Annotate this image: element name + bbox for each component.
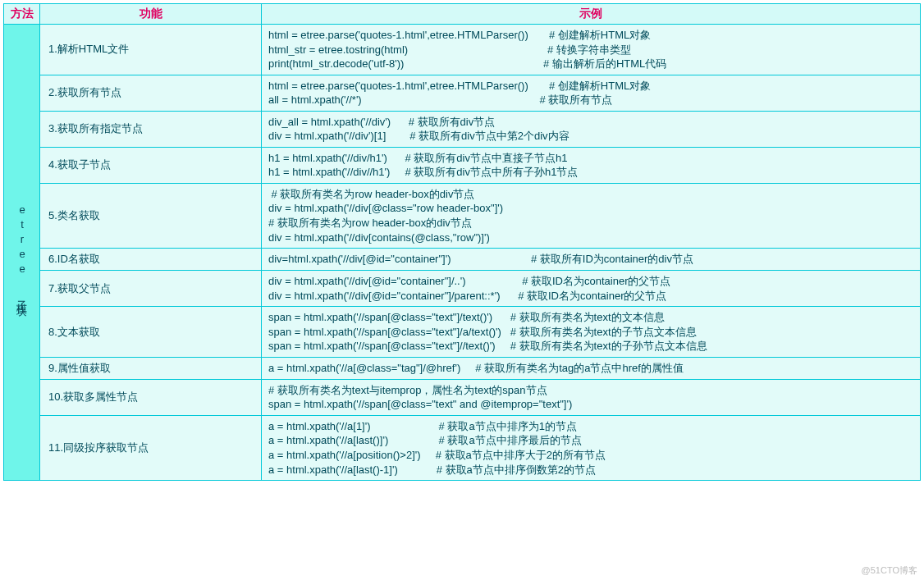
func-cell: 6.ID名获取 <box>40 249 262 271</box>
table-row: etree 子模块1.解析HTML文件html = etree.parse('q… <box>4 25 921 75</box>
example-cell: div=html.xpath('//div[@id="container"]')… <box>262 249 921 271</box>
func-cell: 2.获取所有节点 <box>40 75 262 111</box>
table-row: 11.同级按序获取节点a = html.xpath('//a[1]') # 获取… <box>4 415 921 480</box>
table-row: 9.属性值获取a = html.xpath('//a[@class="tag"]… <box>4 357 921 379</box>
example-cell: div = html.xpath('//div[@id="container"]… <box>262 271 921 307</box>
func-cell: 10.获取多属性节点 <box>40 379 262 415</box>
table-row: 5.类名获取 # 获取所有类名为row header-box的div节点 div… <box>4 183 921 248</box>
table-row: 7.获取父节点div = html.xpath('//div[@id="cont… <box>4 271 921 307</box>
header-method: 方法 <box>4 4 40 25</box>
func-cell: 11.同级按序获取节点 <box>40 415 262 480</box>
example-cell: a = html.xpath('//a[@class="tag"]/@href'… <box>262 357 921 379</box>
header-row: 方法 功能 示例 <box>4 4 921 25</box>
reference-table: 方法 功能 示例 etree 子模块1.解析HTML文件html = etree… <box>3 3 921 481</box>
table-row: 10.获取多属性节点# 获取所有类名为text与itemprop，属性名为tex… <box>4 379 921 415</box>
func-cell: 1.解析HTML文件 <box>40 25 262 75</box>
func-cell: 4.获取子节点 <box>40 147 262 183</box>
func-cell: 5.类名获取 <box>40 183 262 248</box>
header-example: 示例 <box>262 4 921 25</box>
func-cell: 9.属性值获取 <box>40 357 262 379</box>
example-cell: span = html.xpath('//span[@class="text"]… <box>262 307 921 358</box>
method-cell: etree 子模块 <box>4 25 40 481</box>
func-cell: 8.文本获取 <box>40 307 262 358</box>
example-cell: div_all = html.xpath('//div') # 获取所有div节… <box>262 111 921 147</box>
func-cell: 3.获取所有指定节点 <box>40 111 262 147</box>
example-cell: html = etree.parse('quotes-1.html',etree… <box>262 75 921 111</box>
func-cell: 7.获取父节点 <box>40 271 262 307</box>
example-cell: h1 = html.xpath('//div/h1') # 获取所有div节点中… <box>262 147 921 183</box>
table-row: 2.获取所有节点html = etree.parse('quotes-1.htm… <box>4 75 921 111</box>
header-func: 功能 <box>40 4 262 25</box>
example-cell: # 获取所有类名为text与itemprop，属性名为text的span节点 s… <box>262 379 921 415</box>
example-cell: # 获取所有类名为row header-box的div节点 div = html… <box>262 183 921 248</box>
table-row: 8.文本获取span = html.xpath('//span[@class="… <box>4 307 921 358</box>
table-row: 3.获取所有指定节点div_all = html.xpath('//div') … <box>4 111 921 147</box>
table-row: 4.获取子节点h1 = html.xpath('//div/h1') # 获取所… <box>4 147 921 183</box>
table-row: 6.ID名获取div=html.xpath('//div[@id="contai… <box>4 249 921 271</box>
example-cell: html = etree.parse('quotes-1.html',etree… <box>262 25 921 75</box>
example-cell: a = html.xpath('//a[1]') # 获取a节点中排序为1的节点… <box>262 415 921 480</box>
sidebar-label: etree 子模块 <box>15 203 30 299</box>
